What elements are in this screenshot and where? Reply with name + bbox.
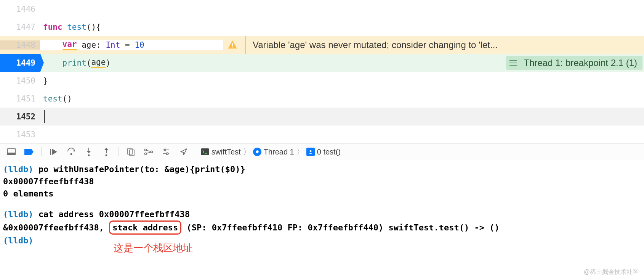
continue-button[interactable] (46, 145, 61, 159)
simulate-location-button[interactable] (176, 145, 191, 159)
console-out-pre: &0x00007ffeefbff438, (3, 223, 109, 232)
text-cursor (44, 110, 45, 123)
svg-point-12 (106, 154, 107, 156)
thread-breakpoint-banner[interactable]: Thread 1: breakpoint 2.1 (1) (506, 56, 642, 70)
crumb-target: swiftTest (211, 148, 241, 156)
svg-point-10 (88, 154, 90, 156)
highlighted-stack-address: stack address (109, 220, 181, 235)
lldb-prompt: (lldb) (3, 236, 33, 245)
punct: (){ (87, 23, 101, 32)
svg-point-17 (151, 151, 153, 153)
svg-rect-14 (130, 150, 134, 155)
console-cmd: cat address 0x00007ffeefbff438 (33, 209, 190, 219)
code-line-1453[interactable]: 1453 (0, 126, 644, 143)
hide-debug-area-button[interactable] (4, 145, 19, 159)
warning-divider (245, 36, 246, 54)
console-line: &0x00007ffeefbff438, stack address (SP: … (3, 220, 641, 235)
code-line-1448[interactable]: 1448 var age: Int = 10 Variable 'age' wa… (0, 36, 644, 54)
svg-rect-6 (8, 153, 15, 155)
line-number: 1448 (0, 40, 40, 50)
warning-icon (227, 39, 238, 51)
lldb-prompt: (lldb) (3, 164, 33, 174)
line-number: 1452 (0, 112, 40, 121)
line-number: 1446 (0, 5, 40, 14)
line-number: 1447 (0, 23, 40, 32)
svg-point-23 (167, 153, 168, 155)
var-name: age (77, 40, 96, 50)
svg-point-29 (309, 150, 311, 152)
func-name: test (62, 23, 87, 32)
code-line-1446[interactable]: 1446 (0, 0, 644, 18)
line-number: 1453 (0, 130, 40, 139)
debug-view-hierarchy-button[interactable] (123, 145, 139, 159)
keyword-func: func (43, 23, 62, 32)
svg-point-15 (145, 149, 147, 151)
type-int: Int (106, 40, 120, 50)
punct: ( (87, 58, 91, 68)
svg-point-16 (145, 153, 147, 155)
terminal-icon (201, 148, 209, 155)
equals: = (120, 40, 135, 50)
warning-text: Variable 'age' was never mutated; consid… (253, 40, 498, 50)
svg-rect-1 (232, 47, 233, 47)
console-line: 0x00007ffeefbff438 (3, 175, 641, 188)
debug-breadcrumb[interactable]: swiftTest 〉 Thread 1 〉 0 test() (201, 147, 341, 157)
console-line: (lldb) (3, 235, 641, 247)
print-call: print (62, 58, 87, 68)
hamburger-icon (506, 56, 521, 70)
test-call: test (43, 94, 62, 103)
code-line-1449[interactable]: 1449 print(age) Thread 1: breakpoint 2.1… (0, 54, 644, 72)
debug-memory-graph-button[interactable] (141, 145, 156, 159)
debug-console[interactable]: (lldb) po withUnsafePointer(to: &age){pr… (0, 160, 644, 280)
code-line-1447[interactable]: 1447 func test(){ (0, 18, 644, 36)
annotation-text: 这是一个栈区地址 (114, 241, 193, 256)
line-number: 1450 (0, 76, 40, 85)
toolbar-separator (41, 147, 42, 156)
close-brace: } (43, 76, 48, 85)
code-editor[interactable]: 1446 1447 func test(){ 1448 var age: Int… (0, 0, 644, 143)
toolbar-separator (119, 147, 119, 156)
thread-icon (253, 148, 261, 156)
colon: : (96, 40, 106, 50)
console-line: 0 elements (3, 188, 641, 200)
frame-icon (306, 148, 315, 156)
crumb-frame: 0 test() (317, 148, 341, 156)
chevron-right-icon: 〉 (243, 147, 251, 157)
warning-banner[interactable]: Variable 'age' was never mutated; consid… (227, 36, 498, 54)
keyword-var: var (62, 40, 77, 50)
environment-overrides-button[interactable] (159, 145, 174, 159)
svg-rect-7 (50, 149, 51, 155)
chevron-right-icon: 〉 (296, 147, 304, 157)
step-out-button[interactable] (99, 145, 114, 159)
breakpoint-gutter[interactable]: 1449 (0, 54, 40, 72)
lldb-prompt: (lldb) (3, 209, 33, 219)
deactivate-breakpoints-button[interactable] (21, 145, 37, 159)
console-line: (lldb) cat address 0x00007ffeefbff438 (3, 208, 641, 220)
code-line-1451[interactable]: 1451 test() (0, 90, 644, 108)
svg-line-19 (146, 152, 151, 153)
punct: () (62, 94, 72, 103)
arg-age: age (91, 58, 106, 68)
svg-point-8 (70, 153, 72, 155)
debug-toolbar: swiftTest 〉 Thread 1 〉 0 test() (0, 143, 644, 160)
svg-line-18 (146, 150, 151, 151)
watermark-text: @稀土掘金技术社区 (584, 267, 639, 276)
code-line-1452[interactable]: 1452 (0, 108, 644, 126)
literal-10: 10 (135, 40, 144, 50)
step-over-button[interactable] (64, 145, 79, 159)
svg-rect-3 (509, 63, 517, 63)
code-line-1450[interactable]: 1450 } (0, 72, 644, 90)
punct: ) (106, 58, 111, 68)
svg-rect-13 (128, 149, 132, 154)
console-cmd: po withUnsafePointer(to: &age){print($0)… (33, 164, 245, 174)
thread-banner-text: Thread 1: breakpoint 2.1 (1) (521, 58, 637, 68)
svg-rect-2 (509, 60, 517, 61)
console-out-post: (SP: 0x7ffeefbff410 FP: 0x7ffeefbff440) … (181, 223, 499, 232)
svg-rect-4 (509, 65, 517, 66)
console-line: (lldb) po withUnsafePointer(to: &age){pr… (3, 163, 641, 175)
svg-rect-0 (232, 43, 233, 46)
line-number: 1451 (0, 94, 40, 103)
step-into-button[interactable] (81, 145, 96, 159)
toolbar-separator (196, 147, 196, 156)
line-number: 1449 (16, 58, 35, 68)
